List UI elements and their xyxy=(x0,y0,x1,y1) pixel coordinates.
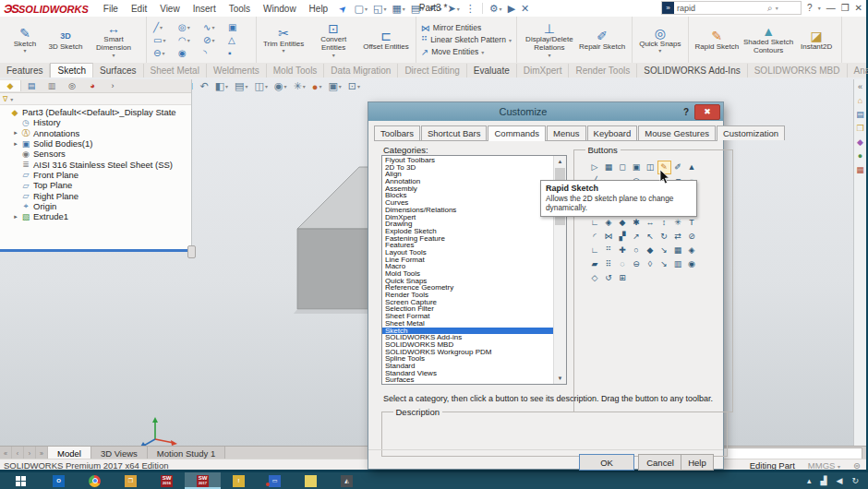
dialog-title-bar[interactable]: Customize ? ✖ xyxy=(368,102,723,121)
help-button[interactable]: ? xyxy=(807,3,813,13)
command-button[interactable]: ⋈ xyxy=(602,230,616,244)
tab-overflow-arrow-button[interactable]: › xyxy=(102,80,123,91)
taskbar-solidworks-2017-button[interactable]: SW2017 xyxy=(185,472,221,489)
open-document-button[interactable]: ◱▾ xyxy=(371,2,388,16)
tab-sheet-metal[interactable]: Sheet Metal xyxy=(144,64,207,78)
dialog-tab-customization[interactable]: Customization xyxy=(717,125,785,140)
view-palette-icon[interactable]: ◆ xyxy=(857,137,863,147)
shaded-sketch-contours-button[interactable]: ▲Shaded Sketch Contours xyxy=(741,23,796,56)
command-button[interactable]: ▲ xyxy=(685,161,699,174)
dialog-close-button[interactable]: ✖ xyxy=(694,104,720,120)
search-input[interactable] xyxy=(674,4,767,13)
rollback-handle[interactable] xyxy=(187,245,196,258)
command-button[interactable]: ▣ xyxy=(630,161,644,174)
start-button[interactable] xyxy=(0,472,41,489)
dialog-tab-shortcut-bars[interactable]: Shortcut Bars xyxy=(421,125,488,140)
tree-item-history[interactable]: ◷History xyxy=(0,117,191,127)
3d-sketch-button[interactable]: 3D3D Sketch xyxy=(45,28,86,53)
sketch-entity-button[interactable]: ◉ xyxy=(176,48,201,58)
tab-dimxpert[interactable]: DimXpert xyxy=(517,64,570,78)
tree-item-sensors[interactable]: ◉Sensors xyxy=(0,149,191,159)
appearances-button[interactable]: ●▾ xyxy=(310,80,324,93)
category-item-surfaces[interactable]: Surfaces xyxy=(382,376,554,384)
linear-sketch-pattern-button[interactable]: ⠛Linear Sketch Pattern▾ xyxy=(421,35,512,45)
tree-item-top-plane[interactable]: ▱Top Plane xyxy=(0,180,191,190)
offset-entities-button[interactable]: ⊏Offset Entities xyxy=(361,28,411,53)
command-button[interactable]: ◌ xyxy=(616,257,630,271)
tab-render-tools[interactable]: Render Tools xyxy=(569,64,637,78)
taskbar-remote-desktop-button[interactable]: ▭ xyxy=(257,472,293,489)
taskbar-chrome-button[interactable] xyxy=(77,472,113,489)
audio-icon[interactable]: ◀ xyxy=(837,476,843,485)
appearances-scenes-icon[interactable]: ● xyxy=(858,151,862,161)
xpress-products-button[interactable]: ✕ xyxy=(519,2,531,16)
cancel-button[interactable]: Cancel xyxy=(638,454,682,471)
taskbar-photos-button[interactable]: ◭ xyxy=(329,472,365,489)
trim-entities-button[interactable]: ✂Trim Entities▾ xyxy=(261,25,306,55)
restore-button[interactable]: ❐ xyxy=(841,3,850,13)
sketch-entity-button[interactable]: ╱▾ xyxy=(151,22,176,32)
propertymanager-tab-button[interactable]: ▤ xyxy=(21,80,42,91)
tab-solidworks-add-ins[interactable]: SOLIDWORKS Add-Ins xyxy=(637,64,747,78)
menu-help[interactable]: Help xyxy=(304,2,334,16)
ok-button[interactable]: OK xyxy=(579,454,634,471)
sketch-entity-button[interactable]: △ xyxy=(226,35,251,45)
custom-properties-icon[interactable]: ▦ xyxy=(856,165,864,174)
sketch-entity-button[interactable]: ∿▾ xyxy=(201,22,226,32)
viewport-tab-model[interactable]: Model xyxy=(48,447,91,459)
mirror-entities-button[interactable]: ⋈Mirror Entities xyxy=(421,23,512,33)
command-button[interactable]: ○ xyxy=(630,244,644,257)
command-button[interactable]: ⊘ xyxy=(685,230,699,244)
category-item-2d-to-3d[interactable]: 2D To 3D xyxy=(382,164,554,172)
tab-evaluate[interactable]: Evaluate xyxy=(467,64,517,78)
command-button[interactable]: ⊖ xyxy=(630,257,644,271)
command-button[interactable]: ↘ xyxy=(657,244,671,257)
motion-manager-button[interactable]: ⊡▾ xyxy=(346,79,362,93)
taskbar-file-explorer-button[interactable]: ❒ xyxy=(113,472,149,489)
command-button[interactable]: ▰ xyxy=(588,257,602,271)
tab-weldments[interactable]: Weldments xyxy=(207,64,267,78)
tree-item-annotations[interactable]: ▸ⒶAnnotations xyxy=(0,128,191,138)
command-button[interactable]: ⇄ xyxy=(671,230,685,244)
move-entities-button[interactable]: ↗Move Entities▾ xyxy=(421,47,512,57)
pin-menu-icon[interactable]: ➤ xyxy=(337,2,350,15)
sketch-entity-button[interactable]: ⊖▾ xyxy=(151,48,176,58)
command-button[interactable]: ✱ xyxy=(630,216,644,230)
category-item-line-format[interactable]: Line Format xyxy=(382,256,554,264)
tab-nav-icon[interactable]: « xyxy=(0,447,12,459)
command-button[interactable]: ▥ xyxy=(671,257,685,271)
command-button[interactable]: ◈ xyxy=(685,244,699,257)
taskbar-solidworks-2016-button[interactable]: SW2016 xyxy=(149,472,185,489)
command-button[interactable]: ▦ xyxy=(671,244,685,257)
displaymanager-tab-button[interactable]: ◕ xyxy=(82,80,102,91)
menu-window[interactable]: Window xyxy=(258,2,302,16)
scroll-up-icon[interactable]: ▲ xyxy=(554,156,566,167)
search-icon[interactable]: ⌕ xyxy=(767,3,773,14)
sketch-entity-button[interactable]: ◝ xyxy=(201,48,226,58)
configurationmanager-tab-button[interactable]: ▥ xyxy=(42,80,62,91)
view-settings-button[interactable]: ✳▾ xyxy=(292,79,307,93)
play-macro-button[interactable]: ▶ xyxy=(506,2,517,16)
tab-mold-tools[interactable]: Mold Tools xyxy=(267,64,325,78)
tab-sketch[interactable]: Sketch xyxy=(50,63,93,78)
resources-icon[interactable]: ⌂ xyxy=(858,96,862,105)
taskbar-sticky-notes-button[interactable] xyxy=(293,472,329,489)
sketch-button[interactable]: ✎Sketch▾ xyxy=(5,25,45,55)
tab-data-migration[interactable]: Data Migration xyxy=(324,64,398,78)
command-button[interactable]: ↕ xyxy=(657,216,671,230)
previous-view-button[interactable]: ↶ xyxy=(198,79,210,93)
close-button[interactable]: ✕ xyxy=(855,3,862,13)
command-button[interactable]: ∟ xyxy=(588,216,602,230)
tree-root-item[interactable]: ◆Part3 (Default<<Default>_Display State xyxy=(0,107,191,117)
view-orientation-button[interactable]: ▤▾ xyxy=(233,79,249,93)
featuremanager-tab-button[interactable]: ◆ xyxy=(0,80,21,91)
scroll-down-icon[interactable]: ▼ xyxy=(554,373,566,384)
tab-analysis-preparation[interactable]: Analysis Preparation xyxy=(848,64,868,78)
command-button[interactable]: ◉ xyxy=(685,257,699,271)
rollback-bar[interactable] xyxy=(0,249,187,252)
dialog-tab-keyboard[interactable]: Keyboard xyxy=(587,125,638,140)
category-item-sheet-metal[interactable]: Sheet Metal xyxy=(382,320,554,328)
command-button[interactable]: ↖ xyxy=(644,230,657,244)
command-button[interactable]: ∟ xyxy=(588,244,602,257)
tab-solidworks-mbd[interactable]: SOLIDWORKS MBD xyxy=(748,64,848,78)
